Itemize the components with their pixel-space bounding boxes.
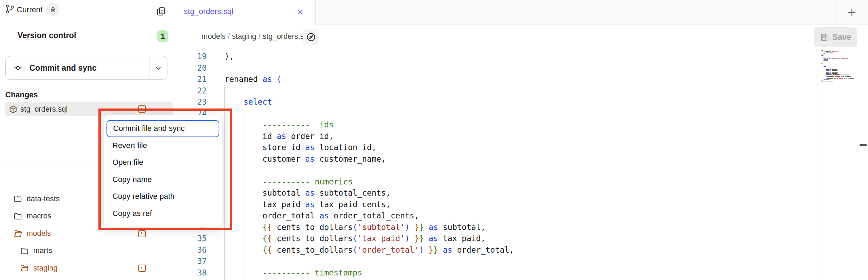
folder-icon xyxy=(13,212,22,221)
code-line: 38 ---------- timestamps xyxy=(174,267,817,279)
code-text: ---------- numerics xyxy=(225,176,353,188)
code-text: order_total as order_total_cents, xyxy=(225,210,419,222)
changed-file-row[interactable]: stg_orders.sql xyxy=(5,102,173,116)
line-number: 38 xyxy=(174,267,207,279)
code-line: 34 {{ cents_to_dollars('subtotal') }} as… xyxy=(174,222,817,233)
changes-count-badge: 1 xyxy=(157,30,168,42)
line-number: 19 xyxy=(174,51,207,62)
divider xyxy=(836,3,836,22)
tab-stg-orders[interactable]: stg_orders.sql xyxy=(174,0,316,24)
sidebar-item-marts[interactable]: marts xyxy=(0,242,174,260)
minimap-row xyxy=(821,80,823,81)
file-context-menu: Commit file and syncRevert fileOpen file… xyxy=(103,115,222,227)
code-text: {{ cents_to_dollars('subtotal') }} as su… xyxy=(225,222,485,233)
changes-section-label: Changes xyxy=(5,90,38,99)
minimap-row xyxy=(824,66,827,67)
folder-icon xyxy=(20,246,29,255)
minimap-row xyxy=(821,55,824,56)
menu-item-open-file[interactable]: Open file xyxy=(104,154,222,171)
code-line: 22 xyxy=(174,85,817,97)
line-number: 21 xyxy=(174,74,207,85)
commit-and-sync-button[interactable]: Commit and sync xyxy=(5,56,167,80)
copy-icon[interactable] xyxy=(155,5,167,18)
code-text: store_id as location_id, xyxy=(225,142,377,153)
folder-name: models xyxy=(27,229,51,238)
minimap-row xyxy=(826,76,852,77)
breadcrumb-separator: / xyxy=(256,32,263,41)
minimap-row xyxy=(824,62,827,62)
minimap-row xyxy=(824,61,842,62)
minimap-row xyxy=(821,65,830,65)
code-text: renamed as ( xyxy=(225,74,282,85)
menu-item-copy-as-ref[interactable]: Copy as ref xyxy=(104,205,222,222)
code-line: 32 tax_paid as tax_paid_cents, xyxy=(174,199,817,210)
code-text: {{ dbt.date_trunc('day', 'ordered_at') }… xyxy=(225,278,528,280)
code-text: tax_paid as tax_paid_cents, xyxy=(225,199,391,210)
save-button[interactable]: Save xyxy=(814,27,857,47)
minimap[interactable] xyxy=(821,50,860,92)
code-editor[interactable]: 19),2021renamed as (2223 select2425 ----… xyxy=(174,49,868,280)
line-number: 37 xyxy=(174,255,207,267)
line-number: 22 xyxy=(174,85,207,97)
lock-icon xyxy=(50,6,56,13)
code-line: 19), xyxy=(174,51,817,62)
branch-header: Current xyxy=(0,0,174,23)
modified-file-badge xyxy=(138,105,146,113)
breadcrumb-separator: / xyxy=(226,32,232,41)
branch-name[interactable]: Current xyxy=(17,5,42,14)
code-line: 31 subtotal as subtotal_cents, xyxy=(174,187,817,199)
code-line: 25 ---------- ids xyxy=(174,119,817,131)
tab-bar: stg_orders.sql xyxy=(174,0,868,24)
code-text: id as order_id, xyxy=(225,131,334,142)
code-line: 36 {{ cents_to_dollars('order_total') }}… xyxy=(174,244,817,256)
menu-item-copy-name[interactable]: Copy name xyxy=(104,171,222,188)
save-floppy-icon xyxy=(820,33,829,42)
code-text: customer as customer_name, xyxy=(225,153,386,165)
minimap-row xyxy=(821,54,823,55)
line-number: 20 xyxy=(174,62,207,74)
breadcrumb-segment[interactable]: staging xyxy=(232,32,256,41)
minimap-row xyxy=(826,52,833,53)
menu-item-revert-file[interactable]: Revert file xyxy=(104,137,222,154)
folder-open-icon xyxy=(13,229,22,238)
new-tab-plus-icon[interactable] xyxy=(846,6,858,18)
editor-toolbar: models / staging / stg_orders.sql Save xyxy=(174,24,868,49)
lineage-icon[interactable] xyxy=(303,29,319,45)
breadcrumb-segment[interactable]: models xyxy=(201,32,226,41)
code-text: select xyxy=(225,96,272,108)
split-button-divider xyxy=(150,56,150,79)
minimap-row xyxy=(824,53,826,54)
close-icon[interactable] xyxy=(296,8,305,16)
code-line: 29 xyxy=(174,164,817,176)
scrollbar-marker[interactable] xyxy=(860,144,867,146)
code-line: 30 ---------- numerics xyxy=(174,176,817,188)
code-line: 21renamed as ( xyxy=(174,74,817,85)
tab-label: stg_orders.sql xyxy=(184,7,233,16)
save-button-label: Save xyxy=(832,33,851,42)
breadcrumb: models / staging / stg_orders.sql xyxy=(201,32,310,41)
commit-button-label: Commit and sync xyxy=(29,63,97,73)
code-line: 39 {{ dbt.date_trunc('day', 'ordered_at'… xyxy=(174,278,817,280)
line-number: 39 xyxy=(174,278,207,280)
code-line: 35 {{ cents_to_dollars('tax_paid') }} as… xyxy=(174,233,817,244)
code-text: ), xyxy=(225,51,234,62)
menu-item-commit-file-and-sync[interactable]: Commit file and sync xyxy=(106,120,219,137)
branch-readonly-badge xyxy=(46,3,60,16)
code-line: 37 xyxy=(174,255,817,267)
code-line: 27 store_id as location_id, xyxy=(174,142,817,153)
menu-item-copy-relative-path[interactable]: Copy relative path xyxy=(104,188,222,205)
sidebar-item-staging[interactable]: staging xyxy=(0,259,174,277)
folder-name: macros xyxy=(27,212,51,220)
code-line: 24 xyxy=(174,108,817,119)
commit-options-caret[interactable] xyxy=(154,64,163,72)
code-text: ---------- ids xyxy=(225,119,334,131)
folder-name: marts xyxy=(33,246,52,255)
folder-name: data-tests xyxy=(27,195,60,203)
line-number: 35 xyxy=(174,233,207,244)
commit-icon xyxy=(13,63,23,73)
git-branch-icon xyxy=(5,4,15,14)
line-number: 36 xyxy=(174,244,207,256)
app-window: Current Version control 1 xyxy=(0,0,868,280)
changed-file-name: stg_orders.sql xyxy=(20,105,68,114)
version-control-section-header[interactable]: Version control 1 xyxy=(0,23,174,48)
